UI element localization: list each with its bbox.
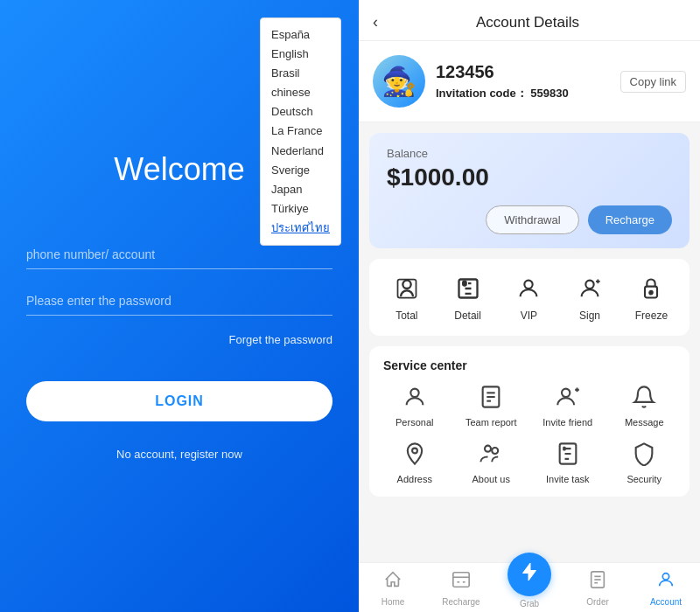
- balance-amount: $1000.00: [387, 163, 672, 191]
- account-nav-icon: [656, 570, 676, 595]
- invitation-code-label: Invitation code：: [436, 87, 528, 100]
- username: 123456: [436, 62, 610, 82]
- right-panel: ‹ Account Details 🧙 123456 Invitation co…: [359, 0, 700, 612]
- balance-label: Balance: [387, 147, 672, 160]
- profile-info: 123456 Invitation code： 559830: [436, 62, 610, 101]
- lang-espana[interactable]: España: [271, 25, 330, 45]
- grab-button[interactable]: [508, 553, 551, 596]
- nav-home[interactable]: Home: [367, 570, 419, 609]
- address-label: Address: [397, 474, 432, 484]
- service-invite-task[interactable]: Invite task: [529, 438, 606, 484]
- left-panel: España English Brasil chinese Deutsch La…: [0, 0, 359, 612]
- svg-point-8: [650, 291, 654, 295]
- svg-point-14: [562, 389, 570, 397]
- message-label: Message: [625, 417, 664, 428]
- login-button[interactable]: LOGIN: [26, 381, 332, 421]
- personal-label: Personal: [396, 417, 433, 428]
- balance-actions: Withdrawal Recharge: [387, 205, 672, 234]
- withdrawal-button[interactable]: Withdrawal: [486, 205, 578, 234]
- address-icon: [399, 438, 430, 469]
- profile-section: 🧙 123456 Invitation code： 559830 Copy li…: [359, 41, 700, 122]
- svg-rect-2: [463, 282, 466, 286]
- service-center: Service center Personal: [369, 346, 690, 497]
- service-team-report[interactable]: Team report: [453, 381, 530, 428]
- svg-point-17: [412, 449, 417, 454]
- security-label: Security: [626, 474, 662, 484]
- svg-point-18: [485, 446, 491, 452]
- invite-friend-label: Invite friend: [542, 417, 592, 428]
- balance-card: Balance $1000.00 Withdrawal Recharge: [369, 133, 690, 248]
- grab-nav-label: Grab: [520, 599, 539, 609]
- register-link[interactable]: No account, register now: [116, 448, 242, 461]
- lang-brasil[interactable]: Brasil: [271, 64, 330, 83]
- svg-point-31: [662, 574, 668, 580]
- account-header: ‹ Account Details: [359, 0, 700, 41]
- bottom-nav: Home Recharge Grab: [359, 562, 700, 612]
- about-us-icon: [475, 438, 507, 469]
- grab-icon: [519, 561, 540, 588]
- invite-friend-icon: [552, 381, 584, 413]
- quick-actions: Total Detail VIP: [369, 259, 690, 336]
- lang-lafrance[interactable]: La France: [271, 122, 330, 141]
- service-security[interactable]: Security: [606, 438, 683, 484]
- freeze-icon: [635, 273, 667, 304]
- svg-rect-22: [453, 573, 469, 588]
- service-about-us[interactable]: About us: [453, 438, 530, 484]
- action-detail[interactable]: Detail: [452, 273, 484, 322]
- back-button[interactable]: ‹: [373, 13, 378, 31]
- service-invite-friend[interactable]: Invite friend: [529, 381, 606, 428]
- lang-chinese[interactable]: chinese: [271, 83, 330, 102]
- lang-japan[interactable]: Japan: [271, 180, 330, 199]
- vip-icon: [513, 273, 544, 304]
- action-sign[interactable]: Sign: [574, 273, 606, 322]
- svg-rect-21: [563, 447, 566, 451]
- invitation-code-value: 559830: [530, 87, 568, 100]
- action-vip[interactable]: VIP: [513, 273, 544, 322]
- order-nav-label: Order: [586, 597, 609, 607]
- service-personal[interactable]: Personal: [376, 381, 453, 428]
- action-total[interactable]: Total: [391, 273, 423, 322]
- lang-deutsch[interactable]: Deutsch: [271, 102, 330, 122]
- nav-order[interactable]: Order: [571, 570, 624, 609]
- nav-account[interactable]: Account: [640, 570, 692, 609]
- total-icon: [391, 273, 423, 304]
- message-icon: [628, 381, 660, 413]
- lang-sverige[interactable]: Sverige: [271, 161, 330, 180]
- lang-thai[interactable]: ประเทศไทย: [271, 219, 330, 238]
- service-grid: Personal Team report: [376, 381, 682, 484]
- language-dropdown[interactable]: España English Brasil chinese Deutsch La…: [260, 17, 341, 246]
- detail-icon: [452, 273, 484, 304]
- copy-link-button[interactable]: Copy link: [620, 71, 686, 93]
- welcome-title: Welcome: [114, 151, 244, 188]
- service-center-title: Service center: [376, 358, 682, 381]
- action-freeze[interactable]: Freeze: [635, 273, 668, 322]
- forget-password-link[interactable]: Forget the password: [26, 333, 332, 346]
- page-title: Account Details: [387, 14, 668, 31]
- home-icon: [383, 570, 402, 595]
- lang-english[interactable]: English: [271, 45, 330, 64]
- svg-marker-26: [523, 563, 536, 581]
- order-icon: [588, 570, 607, 595]
- svg-point-3: [525, 281, 533, 289]
- home-nav-label: Home: [382, 597, 405, 607]
- recharge-button[interactable]: Recharge: [588, 205, 672, 234]
- password-input-container: [26, 287, 332, 316]
- nav-recharge[interactable]: Recharge: [435, 570, 487, 609]
- recharge-nav-icon: [452, 570, 471, 595]
- service-address[interactable]: Address: [376, 438, 453, 484]
- sign-label: Sign: [579, 309, 600, 322]
- lang-turkiye[interactable]: Türkiye: [271, 199, 330, 219]
- lang-nederland[interactable]: Nederland: [271, 142, 330, 161]
- recharge-nav-label: Recharge: [442, 597, 480, 607]
- service-message[interactable]: Message: [606, 381, 683, 428]
- detail-label: Detail: [454, 309, 481, 322]
- svg-point-0: [402, 281, 410, 289]
- avatar-icon: 🧙: [382, 65, 416, 98]
- total-label: Total: [396, 309, 417, 322]
- about-us-label: About us: [472, 474, 510, 484]
- password-input[interactable]: [26, 287, 332, 316]
- svg-point-19: [492, 448, 498, 454]
- invitation-code-row: Invitation code： 559830: [436, 86, 610, 101]
- nav-grab[interactable]: Grab: [503, 570, 556, 609]
- svg-point-9: [410, 389, 418, 397]
